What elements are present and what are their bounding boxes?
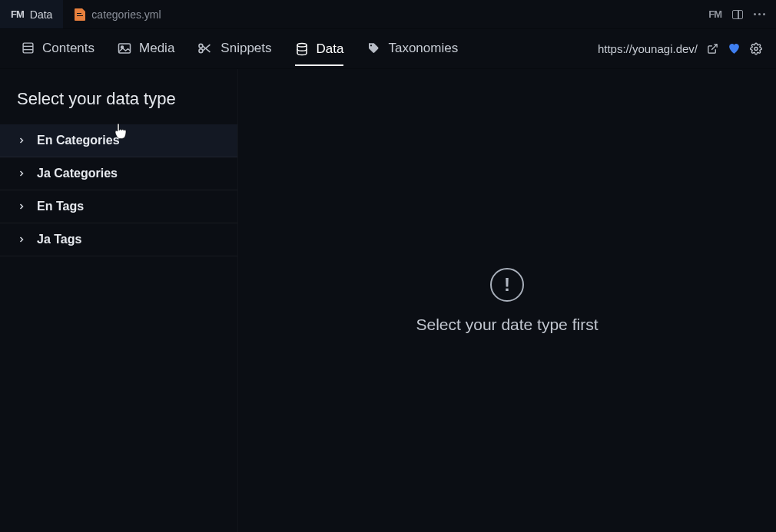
media-icon xyxy=(118,42,131,55)
chevron-right-icon xyxy=(17,169,26,178)
tab-label: Data xyxy=(30,8,53,21)
chevron-right-icon xyxy=(17,235,26,244)
chevron-right-icon xyxy=(17,136,26,145)
snippets-icon xyxy=(197,42,213,55)
svg-rect-0 xyxy=(23,43,33,53)
tab-label: categories.yml xyxy=(91,8,161,21)
titlebar: FM Data categories.yml FM xyxy=(0,0,776,29)
titlebar-actions: FM xyxy=(698,0,776,28)
nav-label: Contents xyxy=(42,41,95,56)
nav-contents[interactable]: Contents xyxy=(22,41,95,58)
nav-right: https://younagi.dev/ xyxy=(598,42,762,55)
svg-line-11 xyxy=(711,45,717,50)
svg-point-10 xyxy=(370,45,372,46)
sidebar-title: Select your data type xyxy=(0,89,237,124)
nav-snippets[interactable]: Snippets xyxy=(197,41,271,58)
fm-logo-icon[interactable]: FM xyxy=(708,8,721,20)
nav-data[interactable]: Data xyxy=(295,34,344,66)
svg-point-12 xyxy=(754,48,758,51)
yaml-file-icon xyxy=(75,8,85,21)
contents-icon xyxy=(22,41,35,55)
sidebar-item-label: Ja Categories xyxy=(37,167,118,180)
alert-circle-icon: ! xyxy=(490,268,524,302)
sidebar-item-en-tags[interactable]: En Tags xyxy=(0,190,237,223)
sidebar-item-label: En Tags xyxy=(37,200,84,213)
taxonomies-icon xyxy=(366,41,380,55)
svg-rect-3 xyxy=(119,44,131,53)
svg-point-6 xyxy=(199,48,203,52)
site-url[interactable]: https://younagi.dev/ xyxy=(598,42,698,55)
tab-data[interactable]: FM Data xyxy=(0,0,64,28)
main-panel: ! Select your date type first xyxy=(238,69,776,532)
nav-media[interactable]: Media xyxy=(118,41,174,58)
data-icon xyxy=(295,42,309,56)
nav-label: Snippets xyxy=(221,41,271,56)
more-icon[interactable] xyxy=(754,13,765,15)
sidebar: Select your data type En Categories Ja C… xyxy=(0,69,238,532)
sidebar-item-label: En Categories xyxy=(37,134,120,147)
sidebar-item-label: Ja Tags xyxy=(37,233,81,246)
tab-categories-yml[interactable]: categories.yml xyxy=(64,0,172,28)
nav-taxonomies[interactable]: Taxonomies xyxy=(366,41,458,58)
external-link-icon[interactable] xyxy=(707,43,718,55)
empty-state-text: Select your date type first xyxy=(416,316,599,334)
nav-label: Data xyxy=(317,41,344,57)
chevron-right-icon xyxy=(17,202,26,211)
sidebar-item-ja-tags[interactable]: Ja Tags xyxy=(0,223,237,256)
heart-icon[interactable] xyxy=(728,42,741,55)
svg-line-7 xyxy=(203,45,211,51)
empty-state: ! Select your date type first xyxy=(416,268,599,334)
svg-line-8 xyxy=(203,45,211,51)
gear-icon[interactable] xyxy=(750,43,762,55)
fm-logo-icon: FM xyxy=(11,8,24,20)
split-view-icon[interactable] xyxy=(732,10,743,19)
nav-label: Media xyxy=(139,41,174,56)
body: Select your data type En Categories Ja C… xyxy=(0,69,776,532)
svg-point-9 xyxy=(297,43,307,47)
nav-label: Taxonomies xyxy=(388,41,458,56)
titlebar-spacer xyxy=(173,0,698,28)
svg-point-5 xyxy=(199,44,203,48)
cursor-pointer-icon xyxy=(114,123,128,140)
navbar: Contents Media Snippets Data Taxonomies … xyxy=(0,29,776,69)
sidebar-item-ja-categories[interactable]: Ja Categories xyxy=(0,157,237,190)
